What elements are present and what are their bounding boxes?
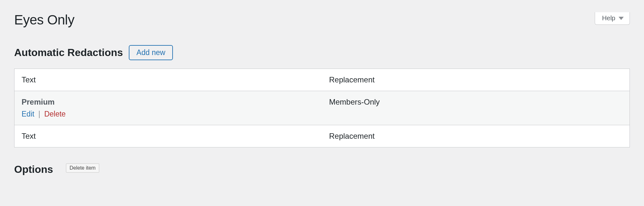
edit-link[interactable]: Edit (22, 110, 34, 118)
automatic-redactions-heading: Automatic Redactions (14, 47, 123, 59)
column-header-text[interactable]: Text (14, 69, 322, 91)
row-replacement-value: Members-Only (329, 98, 622, 107)
row-text-value: Premium (22, 98, 315, 107)
column-header-replacement[interactable]: Replacement (322, 69, 630, 91)
redactions-table: Text Replacement Premium Edit | Delete M… (14, 69, 630, 147)
row-actions: Edit | Delete (22, 110, 315, 118)
help-label: Help (602, 15, 615, 21)
delete-link[interactable]: Delete (44, 110, 65, 118)
help-tab[interactable]: Help (595, 12, 630, 25)
column-footer-text[interactable]: Text (14, 125, 322, 147)
options-heading: Options (14, 164, 630, 175)
table-row: Premium Edit | Delete Members-Only (14, 91, 630, 125)
caret-down-icon (619, 17, 624, 20)
page-title: Eyes Only (14, 12, 630, 28)
actions-separator: | (36, 110, 42, 118)
add-new-button[interactable]: Add new (129, 45, 173, 60)
column-footer-replacement[interactable]: Replacement (322, 125, 630, 147)
delete-tooltip: Delete item (66, 164, 99, 173)
